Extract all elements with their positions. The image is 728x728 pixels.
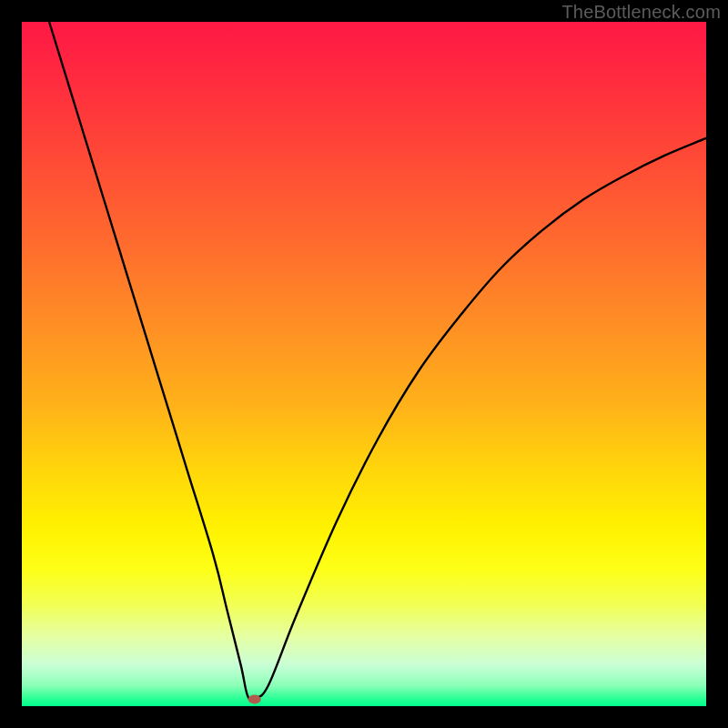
bottleneck-curve: [49, 22, 706, 700]
watermark-text: TheBottleneck.com: [561, 2, 721, 23]
plot-area: [22, 22, 706, 706]
min-marker: [248, 694, 261, 703]
curve-svg: [22, 22, 706, 706]
chart-frame: TheBottleneck.com: [0, 0, 728, 728]
